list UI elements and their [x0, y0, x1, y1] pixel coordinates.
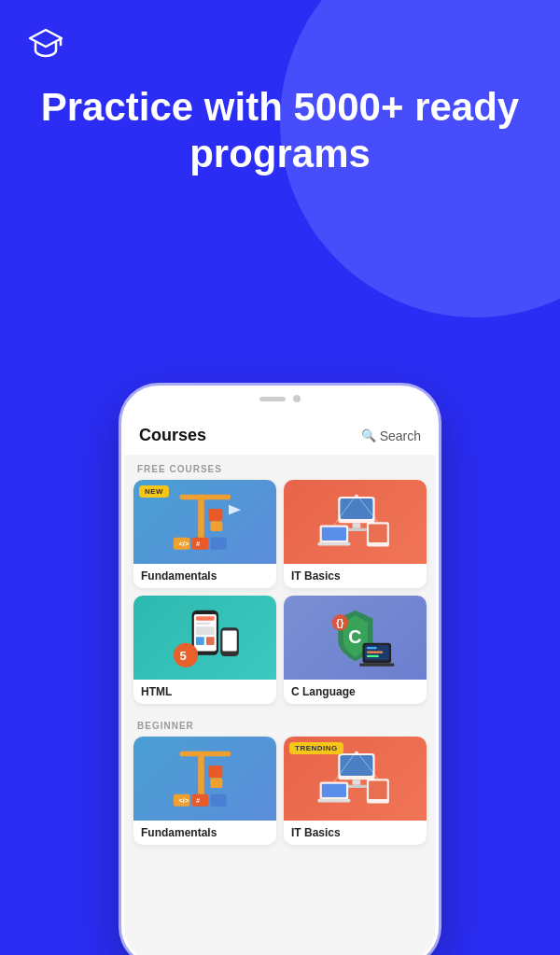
free-courses-grid: NEW — [124, 480, 436, 711]
svg-rect-41 — [367, 655, 379, 657]
course-thumb-fundamentals2: </> # — [133, 737, 276, 821]
course-card-clang[interactable]: C {} — [284, 596, 427, 704]
notch-bar — [259, 397, 286, 401]
course-name-html: HTML — [133, 680, 276, 704]
svg-rect-3 — [210, 521, 222, 531]
course-name-clang: C Language — [284, 680, 427, 704]
svg-text:#: # — [196, 796, 201, 805]
course-card-itbasics2[interactable]: TRENDING — [284, 737, 427, 845]
app-logo — [28, 28, 532, 67]
beginner-courses-grid: </> # Fundamentals TRENDING — [124, 737, 436, 852]
svg-rect-54 — [346, 785, 367, 788]
course-thumb-itbasics2: TRENDING — [284, 737, 427, 821]
course-card-fundamentals[interactable]: NEW — [133, 480, 276, 588]
volume-up-button — [121, 463, 123, 489]
course-card-html[interactable]: 5 HTML — [133, 596, 276, 704]
svg-text:C: C — [348, 625, 361, 646]
phone-screen: Courses 🔍 Search FREE COURSES NEW — [124, 411, 436, 955]
svg-rect-30 — [206, 637, 215, 645]
svg-rect-39 — [367, 647, 377, 649]
course-card-fundamentals2[interactable]: </> # Fundamentals — [133, 737, 276, 845]
badge-trending: TRENDING — [289, 742, 343, 754]
svg-rect-1 — [179, 494, 231, 499]
course-thumb-html: 5 — [133, 596, 276, 680]
svg-rect-48 — [210, 793, 226, 806]
svg-rect-5 — [191, 537, 207, 549]
svg-text:5: 5 — [179, 649, 186, 663]
hero-title: Practice with 5000+ ready programs — [28, 84, 532, 178]
search-button[interactable]: 🔍 Search — [361, 428, 421, 443]
svg-text:</>: </> — [178, 796, 189, 805]
course-thumb-fundamentals: NEW — [133, 480, 276, 564]
screen-title: Courses — [139, 426, 206, 445]
power-button — [437, 482, 439, 519]
volume-down-button — [121, 499, 123, 525]
svg-rect-47 — [191, 793, 207, 806]
notch-camera — [293, 395, 301, 402]
svg-rect-0 — [198, 494, 204, 540]
course-name-fundamentals2: Fundamentals — [133, 821, 276, 845]
svg-text:{}: {} — [336, 617, 344, 628]
svg-rect-44 — [208, 765, 222, 778]
svg-rect-6 — [210, 537, 226, 549]
svg-rect-26 — [196, 616, 215, 620]
svg-rect-53 — [352, 779, 360, 784]
search-label: Search — [380, 428, 421, 443]
svg-rect-42 — [198, 751, 204, 796]
svg-rect-56 — [321, 783, 345, 796]
svg-rect-43 — [179, 751, 231, 755]
svg-rect-2 — [208, 509, 222, 521]
svg-marker-9 — [229, 504, 241, 514]
search-icon: 🔍 — [361, 428, 376, 442]
svg-rect-38 — [359, 663, 394, 666]
svg-rect-15 — [321, 527, 345, 540]
course-thumb-itbasics — [284, 480, 427, 564]
svg-rect-28 — [196, 626, 215, 635]
badge-new: NEW — [139, 485, 169, 498]
svg-rect-45 — [210, 778, 222, 788]
course-name-fundamentals: Fundamentals — [133, 564, 276, 588]
svg-rect-18 — [369, 524, 387, 542]
svg-rect-29 — [196, 637, 204, 645]
svg-rect-16 — [317, 542, 350, 545]
screen-header: Courses 🔍 Search — [124, 411, 436, 455]
svg-rect-32 — [222, 630, 236, 651]
course-thumb-clang: C {} — [284, 596, 427, 680]
phone-frame: Courses 🔍 Search FREE COURSES NEW — [121, 386, 439, 955]
course-card-itbasics[interactable]: IT Basics — [284, 480, 427, 588]
phone-notch — [233, 388, 327, 409]
section-label-free: FREE COURSES — [124, 455, 436, 480]
svg-rect-59 — [369, 780, 387, 799]
phone-mockup: Courses 🔍 Search FREE COURSES NEW — [121, 386, 439, 955]
header: Practice with 5000+ ready programs — [0, 0, 560, 178]
svg-rect-40 — [367, 651, 383, 653]
svg-rect-57 — [317, 799, 350, 802]
svg-text:</>: </> — [178, 540, 189, 548]
svg-rect-12 — [352, 523, 360, 527]
svg-rect-27 — [196, 623, 210, 625]
course-name-itbasics: IT Basics — [284, 564, 427, 588]
svg-rect-13 — [346, 528, 367, 531]
course-name-itbasics2: IT Basics — [284, 821, 427, 845]
section-label-beginner: BEGINNER — [124, 711, 436, 737]
mute-button — [121, 440, 123, 458]
svg-text:#: # — [196, 540, 201, 548]
